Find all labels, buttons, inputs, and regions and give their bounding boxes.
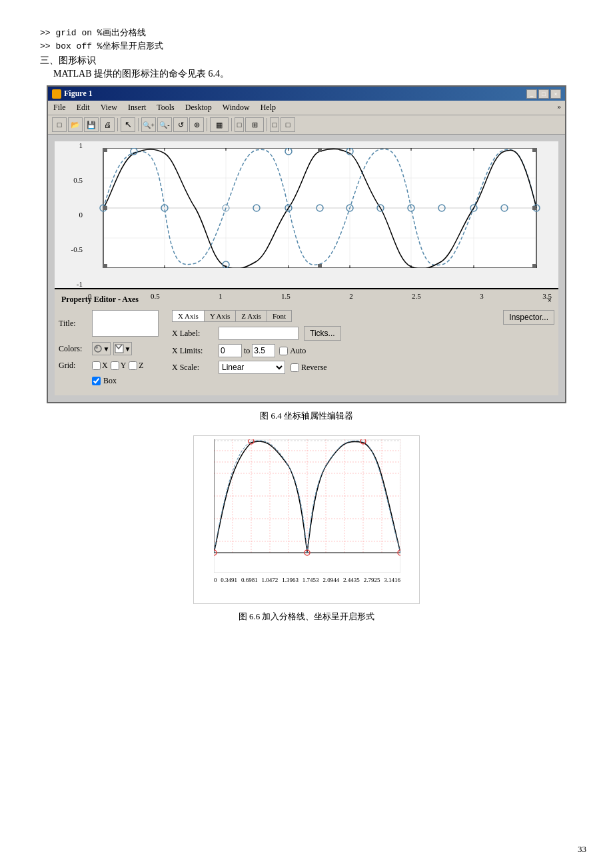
maximize-button[interactable]: □ bbox=[538, 89, 549, 99]
toolbar-box2[interactable]: □ bbox=[270, 117, 279, 132]
pe-title-input[interactable] bbox=[92, 310, 159, 337]
plot-inner: 1 0.5 0 -0.5 -1 bbox=[55, 141, 558, 288]
toolbar-datalink[interactable]: ⊕ bbox=[189, 117, 204, 132]
grid-z-checkbox[interactable] bbox=[129, 361, 137, 370]
grid-checkboxes: X Y Z bbox=[92, 361, 144, 371]
pe-right: X Axis Y Axis Z Axis Font X Label: Ticks… bbox=[172, 310, 554, 391]
toolbar-zoom-out[interactable]: 🔍- bbox=[157, 117, 172, 132]
pe-xlabel-label: X Label: bbox=[172, 329, 219, 339]
pe-tabs: X Axis Y Axis Z Axis Font bbox=[172, 310, 494, 322]
toolbar-box3[interactable]: □ bbox=[281, 117, 295, 132]
window-controls[interactable]: _ □ × bbox=[526, 89, 561, 99]
sx-0: 0 bbox=[214, 577, 217, 583]
pe-body: Title: Colors: ▼ bbox=[59, 310, 554, 391]
pe-xlabel-input[interactable] bbox=[219, 327, 299, 340]
figure-title: Figure 1 bbox=[64, 89, 93, 99]
x-label-35: 3.5 bbox=[542, 292, 552, 300]
menu-file[interactable]: File bbox=[52, 102, 67, 113]
pe-left: Title: Colors: ▼ bbox=[59, 310, 165, 391]
tab-yaxis[interactable]: Y Axis bbox=[204, 310, 235, 322]
sx-7: 2.4435 bbox=[343, 577, 360, 583]
svg-rect-51 bbox=[318, 264, 322, 268]
code-line-2: >> box off %坐标呈开启形式 bbox=[40, 40, 573, 52]
page-number: 33 bbox=[578, 844, 586, 855]
minimize-button[interactable]: _ bbox=[526, 89, 537, 99]
toolbar-divider-2 bbox=[138, 118, 139, 131]
sx-1: 0.3491 bbox=[221, 577, 237, 583]
menu-arrow: » bbox=[558, 102, 562, 113]
x-label-25: 2.5 bbox=[412, 292, 421, 300]
menu-help[interactable]: Help bbox=[259, 102, 277, 113]
color-foreground-arrow: ▼ bbox=[103, 345, 110, 353]
close-button[interactable]: × bbox=[550, 89, 561, 99]
toolbar-box1[interactable]: □ bbox=[235, 117, 244, 132]
figure-titlebar: Figure 1 _ □ × bbox=[48, 87, 565, 101]
menu-view[interactable]: View bbox=[99, 102, 119, 113]
x-label-15: 1.5 bbox=[281, 292, 291, 300]
color-foreground-btn[interactable]: ▼ bbox=[92, 342, 111, 355]
menu-desktop[interactable]: Desktop bbox=[184, 102, 213, 113]
svg-rect-45 bbox=[103, 148, 107, 152]
grid-y-checkbox[interactable] bbox=[111, 361, 119, 370]
pe-xscale-select[interactable]: Linear Log bbox=[219, 361, 285, 374]
menu-window[interactable]: Window bbox=[221, 102, 251, 113]
ticks-button[interactable]: Ticks... bbox=[304, 326, 341, 341]
sx-8: 2.7925 bbox=[364, 577, 380, 583]
color-background-btn[interactable]: ▼ bbox=[113, 342, 132, 355]
toolbar-arrow[interactable]: ↖ bbox=[121, 117, 135, 132]
section-title: 三、图形标识 bbox=[40, 55, 573, 67]
y-label-05: 0.5 bbox=[73, 176, 83, 184]
pe-title-row: Title: bbox=[59, 310, 165, 337]
y-axis-labels: 1 0.5 0 -0.5 -1 bbox=[55, 141, 85, 288]
figure-caption-2: 图 6.6 加入分格线、坐标呈开启形式 bbox=[40, 611, 573, 623]
x-label-3: 3 bbox=[480, 292, 484, 300]
xscale-reverse-checkbox[interactable] bbox=[291, 363, 299, 372]
x-label-2: 2 bbox=[349, 292, 353, 300]
menu-tools[interactable]: Tools bbox=[155, 102, 176, 113]
second-chart-svg: 1 0.9 0.8 0.7 0 bbox=[214, 439, 400, 573]
menu-edit[interactable]: Edit bbox=[75, 102, 91, 113]
inspector-button[interactable]: Inspector... bbox=[503, 310, 554, 325]
tab-xaxis[interactable]: X Axis bbox=[172, 310, 204, 322]
x-axis-labels: 0 0.5 1 1.5 2 2.5 3 3.5 bbox=[88, 292, 552, 300]
pe-xlimits-from[interactable] bbox=[219, 344, 242, 357]
grid-y-label: Y bbox=[121, 361, 127, 371]
x-label-05: 0.5 bbox=[151, 292, 160, 300]
xlimits-auto-label: Auto bbox=[290, 346, 306, 356]
grid-x-checkbox[interactable] bbox=[92, 361, 101, 370]
figure-menubar: File Edit View Insert Tools Desktop Wind… bbox=[48, 101, 565, 115]
second-chart-inner: 1 0.9 0.8 0.7 0 0 0.3491 0.6981 1.0472 1… bbox=[194, 436, 419, 603]
pe-xlimits-to[interactable] bbox=[252, 344, 275, 357]
toolbar-save[interactable]: 💾 bbox=[84, 117, 99, 132]
toolbar-open[interactable]: 📂 bbox=[68, 117, 83, 132]
figure-toolbar: □ 📂 💾 🖨 ↖ 🔍+ 🔍- ↺ ⊕ ▦ □ ⊞ □ □ bbox=[48, 115, 565, 135]
grid-z-label: Z bbox=[139, 361, 143, 371]
menu-insert[interactable]: Insert bbox=[127, 102, 147, 113]
svg-rect-47 bbox=[532, 148, 536, 152]
toolbar-divider-5 bbox=[267, 118, 267, 131]
svg-point-53 bbox=[95, 345, 101, 352]
pe-xlimits-to-label: to bbox=[244, 346, 250, 356]
box-checkbox[interactable] bbox=[92, 377, 101, 385]
x-label-0: 0 bbox=[88, 292, 92, 300]
tab-font[interactable]: Font bbox=[267, 310, 292, 322]
toolbar-panel[interactable]: ⊞ bbox=[245, 117, 264, 132]
toolbar-rotate[interactable]: ↺ bbox=[173, 117, 188, 132]
toolbar-print[interactable]: 🖨 bbox=[100, 117, 115, 132]
grid-x-item: X bbox=[92, 361, 108, 371]
toolbar-zoom-in[interactable]: 🔍+ bbox=[141, 117, 156, 132]
pe-xlimits-label: X Limits: bbox=[172, 346, 219, 356]
pe-xlabel-row: X Label: Ticks... bbox=[172, 326, 494, 341]
xlimits-auto-checkbox[interactable] bbox=[279, 347, 288, 355]
sx-9: 3.1416 bbox=[384, 577, 400, 583]
titlebar-left: Figure 1 bbox=[52, 89, 93, 99]
box-label: Box bbox=[103, 376, 117, 386]
toolbar-insert-colorbar[interactable]: ▦ bbox=[210, 117, 229, 132]
y-label-n1: -1 bbox=[77, 280, 83, 288]
y-label-1: 1 bbox=[79, 141, 83, 149]
sx-3: 1.0472 bbox=[262, 577, 279, 583]
svg-rect-50 bbox=[103, 264, 107, 268]
tab-zaxis[interactable]: Z Axis bbox=[235, 310, 267, 322]
toolbar-new[interactable]: □ bbox=[52, 117, 67, 132]
y-label-0: 0 bbox=[79, 211, 83, 219]
